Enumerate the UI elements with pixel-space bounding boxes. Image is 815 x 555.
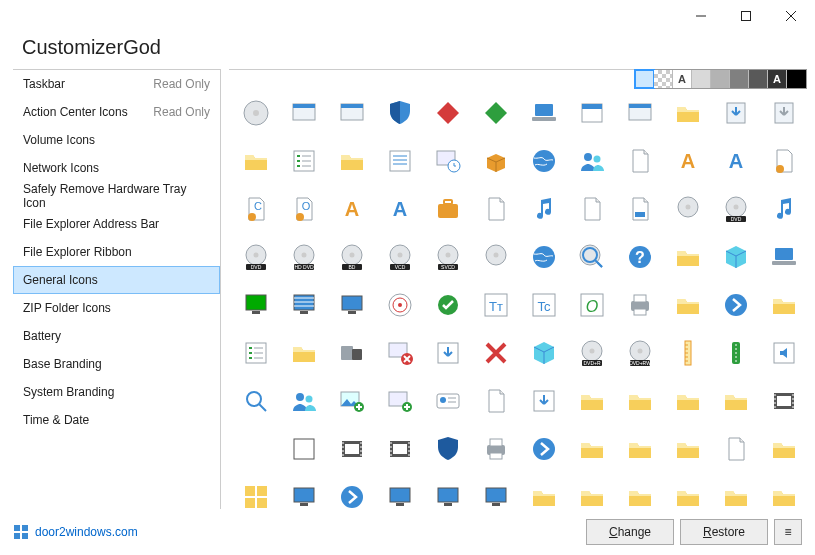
icon-folder-install[interactable]	[667, 92, 709, 134]
icon-monitors2[interactable]	[427, 476, 469, 509]
icon-doc-blue[interactable]	[619, 188, 661, 230]
icon-printer[interactable]	[619, 284, 661, 326]
icon-magnify-disc[interactable]	[571, 236, 613, 278]
icon-bd[interactable]: BD	[331, 236, 373, 278]
icon-cert-c[interactable]: C	[235, 188, 277, 230]
swatch-7[interactable]: A	[768, 70, 787, 88]
icon-tiles[interactable]	[235, 476, 277, 509]
icon-folder-yellow[interactable]	[283, 332, 325, 374]
icon-font-open[interactable]: A	[715, 140, 757, 182]
icon-blank[interactable]	[235, 428, 277, 470]
icon-target[interactable]	[379, 284, 421, 326]
icon-shield-blue[interactable]	[379, 92, 421, 134]
icon-magnify[interactable]	[235, 380, 277, 422]
sidebar-item-zip-folder-icons[interactable]: ZIP Folder Icons	[13, 294, 220, 322]
sidebar-item-general-icons[interactable]: General Icons	[13, 266, 220, 294]
icon-folder-tile2[interactable]	[667, 380, 709, 422]
icon-cert-blue[interactable]	[763, 140, 805, 182]
icon-nav-blue[interactable]	[331, 476, 373, 509]
icon-people-blue[interactable]	[571, 140, 613, 182]
icon-folder6[interactable]	[667, 428, 709, 470]
swatch-1[interactable]	[654, 70, 673, 88]
icon-doc-exe[interactable]	[475, 188, 517, 230]
icon-folder5[interactable]	[619, 428, 661, 470]
icon-dvdr[interactable]: DVD+R	[571, 332, 613, 374]
sidebar-item-action-center-icons[interactable]: Action Center IconsRead Only	[13, 98, 220, 126]
sidebar-item-taskbar[interactable]: TaskbarRead Only	[13, 70, 220, 98]
icon-window-x[interactable]	[379, 332, 421, 374]
icon-checklist[interactable]	[283, 140, 325, 182]
icon-diamond-red[interactable]	[427, 92, 469, 134]
icon-nav-right2[interactable]	[523, 428, 565, 470]
icon-grid-scroll[interactable]: AACOAADVDDVDHD DVDBDVCDSVCD?TтTcODVD+RDV…	[229, 90, 813, 509]
icon-a-blue[interactable]: A	[379, 188, 421, 230]
icon-cube-blue[interactable]	[715, 236, 757, 278]
icon-disc-gray[interactable]	[235, 92, 277, 134]
icon-shield-solid[interactable]	[427, 428, 469, 470]
icon-list[interactable]	[379, 140, 421, 182]
icon-plus-green[interactable]	[379, 380, 421, 422]
icon-x-red[interactable]	[475, 332, 517, 374]
icon-vcd[interactable]: VCD	[379, 236, 421, 278]
icon-app-window[interactable]	[619, 92, 661, 134]
icon-globe[interactable]	[523, 140, 565, 182]
icon-music-note[interactable]	[523, 188, 565, 230]
icon-speaker[interactable]	[763, 332, 805, 374]
icon-monitor-green[interactable]	[235, 284, 277, 326]
icon-rect-gray[interactable]	[283, 92, 325, 134]
icon-checklist2[interactable]	[235, 332, 277, 374]
icon-a-orange[interactable]: A	[331, 188, 373, 230]
icon-folder[interactable]	[235, 140, 277, 182]
icon-install-gray[interactable]	[763, 92, 805, 134]
icon-film-strip2[interactable]	[379, 428, 421, 470]
minimize-button[interactable]	[678, 1, 723, 31]
icon-folder-dark[interactable]	[715, 380, 757, 422]
swatch-8[interactable]	[787, 70, 806, 88]
icon-window-small[interactable]	[331, 92, 373, 134]
sidebar-item-file-explorer-address-bar[interactable]: File Explorer Address Bar	[13, 210, 220, 238]
swatch-3[interactable]	[692, 70, 711, 88]
icon-font-tt[interactable]: Tт	[475, 284, 517, 326]
icon-docs[interactable]	[475, 380, 517, 422]
icon-id-card[interactable]	[427, 380, 469, 422]
icon-folder9[interactable]	[619, 476, 661, 509]
icon-paper[interactable]	[619, 140, 661, 182]
icon-folders[interactable]	[523, 476, 565, 509]
icon-laptop[interactable]	[523, 92, 565, 134]
sidebar-item-volume-icons[interactable]: Volume Icons	[13, 126, 220, 154]
icon-monitor2[interactable]	[379, 476, 421, 509]
sidebar-item-base-branding[interactable]: Base Branding	[13, 350, 220, 378]
sidebar-item-battery[interactable]: Battery	[13, 322, 220, 350]
icon-ruler[interactable]	[667, 332, 709, 374]
swatch-6[interactable]	[749, 70, 768, 88]
icon-arrow-down-big[interactable]	[523, 380, 565, 422]
icon-folder8[interactable]	[571, 476, 613, 509]
icon-monitors[interactable]	[331, 284, 373, 326]
icon-dvd-disc[interactable]	[667, 188, 709, 230]
icon-people[interactable]	[283, 380, 325, 422]
icon-font-orange[interactable]: A	[667, 140, 709, 182]
icon-window-clock[interactable]	[427, 140, 469, 182]
icon-device-pair[interactable]	[331, 332, 373, 374]
icon-folder3[interactable]	[619, 380, 661, 422]
icon-check-green[interactable]	[427, 284, 469, 326]
icon-doc-gray[interactable]	[571, 188, 613, 230]
menu-button[interactable]: ≡	[774, 519, 802, 545]
icon-docs2[interactable]	[715, 428, 757, 470]
icon-printer-3d[interactable]	[475, 428, 517, 470]
icon-mountain-plus[interactable]	[331, 380, 373, 422]
icon-monitor3[interactable]	[475, 476, 517, 509]
change-button[interactable]: Change	[586, 519, 674, 545]
icon-globe-down[interactable]	[523, 236, 565, 278]
icon-folder-tile[interactable]	[763, 284, 805, 326]
maximize-button[interactable]	[723, 1, 768, 31]
icon-calendar[interactable]	[571, 92, 613, 134]
sidebar-item-safely-remove-hardware-tray-icon[interactable]: Safely Remove Hardware Tray Icon	[13, 182, 220, 210]
icon-music-big[interactable]	[763, 188, 805, 230]
icon-hddvd[interactable]: HD DVD	[283, 236, 325, 278]
icon-film[interactable]	[763, 380, 805, 422]
swatch-5[interactable]	[730, 70, 749, 88]
brand-link[interactable]: door2windows.com	[13, 524, 138, 540]
icon-folder2[interactable]	[571, 380, 613, 422]
icon-dvd-black[interactable]: DVD	[235, 236, 277, 278]
